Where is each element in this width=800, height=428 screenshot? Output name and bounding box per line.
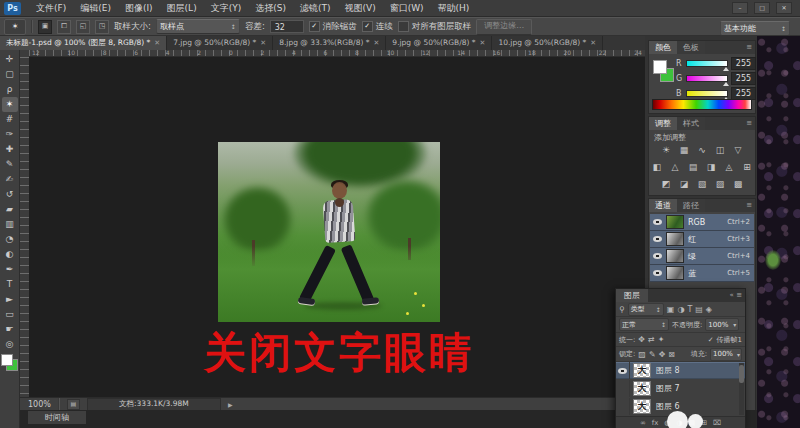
layers-scrollbar[interactable] <box>739 363 744 415</box>
blue-slider[interactable] <box>686 90 728 97</box>
lock-all-icon[interactable]: ⊠ <box>668 350 675 359</box>
pen-tool-icon[interactable]: ✒ <box>2 262 18 277</box>
threshold-icon[interactable]: ▧ <box>696 178 709 191</box>
tab-styles[interactable]: 样式 <box>677 117 705 130</box>
visibility-eye-icon[interactable] <box>653 236 662 242</box>
check-icon[interactable]: ✓ <box>708 336 714 344</box>
green-slider[interactable] <box>686 75 728 82</box>
curves-icon[interactable]: ∿ <box>696 144 709 157</box>
filter-pixel-icon[interactable]: ▣ <box>667 305 675 314</box>
slider-marker[interactable] <box>723 82 729 86</box>
menu-select[interactable]: 选择(S) <box>248 0 293 16</box>
menu-help[interactable]: 帮助(H) <box>431 0 477 16</box>
brush-tool-icon[interactable]: ✎ <box>2 157 18 172</box>
zoom-tool-icon[interactable]: ◎ <box>2 337 18 352</box>
foreground-color-swatch[interactable] <box>1 354 13 366</box>
workspace-select[interactable]: 基本功能 ↕ <box>720 21 790 36</box>
selection-intersect-icon[interactable]: ◳ <box>95 20 109 34</box>
menu-view[interactable]: 视图(V) <box>337 0 382 16</box>
tab-close-icon[interactable]: ✕ <box>590 36 596 50</box>
gradient-map-icon[interactable]: ▨ <box>714 178 727 191</box>
menu-window[interactable]: 窗口(W) <box>383 0 431 16</box>
tab-channels[interactable]: 通道 <box>649 199 677 212</box>
tab-adjustments[interactable]: 调整 <box>649 117 677 130</box>
sample-all-layers-checkbox[interactable]: 对所有图层取样 <box>398 21 472 33</box>
gradient-tool-icon[interactable]: ▥ <box>2 217 18 232</box>
tab-swatches[interactable]: 色板 <box>677 41 705 54</box>
filter-adjustment-icon[interactable]: ◑ <box>677 305 684 314</box>
path-selection-tool-icon[interactable]: ► <box>2 292 18 307</box>
opacity-field[interactable]: 100% ▾ <box>705 318 739 331</box>
channel-row-red[interactable]: 红 Ctrl+3 <box>650 231 754 248</box>
color-balance-icon[interactable]: △ <box>669 161 682 174</box>
anti-alias-checkbox[interactable]: ✓ 消除锯齿 <box>309 21 357 33</box>
hue-saturation-icon[interactable]: ◧ <box>651 161 664 174</box>
maximize-button[interactable]: □ <box>754 2 770 14</box>
panel-menu-icon[interactable]: ≡ <box>746 119 752 127</box>
unify-style-icon[interactable]: ✦ <box>658 335 665 344</box>
crop-tool-icon[interactable]: # <box>2 112 18 127</box>
filter-type-icon[interactable]: T <box>687 305 692 314</box>
blur-tool-icon[interactable]: ◔ <box>2 232 18 247</box>
minimize-button[interactable]: – <box>732 2 748 14</box>
eyedropper-tool-icon[interactable]: ✑ <box>2 127 18 142</box>
layer-row-8[interactable]: 大 图层 8 <box>616 362 745 379</box>
contiguous-checkbox[interactable]: ✓ 连续 <box>362 21 393 33</box>
menu-image[interactable]: 图像(I) <box>118 0 160 16</box>
menu-file[interactable]: 文件(F) <box>29 0 73 16</box>
collapse-icon[interactable]: « <box>730 291 734 299</box>
link-layers-icon[interactable]: ∞ <box>640 419 646 427</box>
red-text-layer[interactable]: 关闭文字眼睛 <box>179 325 499 381</box>
refine-edge-button[interactable]: 调整边缘… <box>476 19 532 35</box>
eraser-tool-icon[interactable]: ▰ <box>2 202 18 217</box>
scrollbar-thumb[interactable] <box>739 365 744 383</box>
channel-row-rgb[interactable]: RGB Ctrl+2 <box>650 214 754 231</box>
color-spectrum-bar[interactable] <box>652 99 752 110</box>
unify-position-icon[interactable]: ✥ <box>638 335 645 344</box>
tab-close-icon[interactable]: ✕ <box>480 36 486 50</box>
move-tool-icon[interactable]: ✛ <box>2 52 18 67</box>
foreground-color-swatch[interactable] <box>653 60 667 74</box>
visibility-toggle[interactable] <box>616 380 630 397</box>
channel-row-green[interactable]: 绿 Ctrl+4 <box>650 248 754 265</box>
panel-color-swatches[interactable] <box>653 60 673 81</box>
posterize-icon[interactable]: ◪ <box>678 178 691 191</box>
visibility-toggle[interactable] <box>616 398 630 415</box>
channel-row-blue[interactable]: 蓝 Ctrl+5 <box>650 265 754 282</box>
panel-menu-icon[interactable]: ≡ <box>746 43 752 51</box>
tab-layers[interactable]: 图层 <box>616 289 648 302</box>
clone-stamp-tool-icon[interactable]: ✍ <box>2 172 18 187</box>
black-white-icon[interactable]: ▤ <box>687 161 700 174</box>
visibility-eye-icon[interactable] <box>653 270 662 276</box>
brightness-contrast-icon[interactable]: ☀ <box>660 144 673 157</box>
panel-collapse-icon[interactable]: « ≡ <box>730 291 742 299</box>
exposure-icon[interactable]: ◫ <box>714 144 727 157</box>
zoom-level[interactable]: 100% <box>28 400 51 409</box>
menu-edit[interactable]: 编辑(E) <box>73 0 118 16</box>
slider-marker[interactable] <box>723 67 729 71</box>
doc-tab-untitled[interactable]: 未标题-1.psd @ 100% (图层 8, RGB/8) * ✕ <box>0 36 167 50</box>
selective-color-icon[interactable]: ▩ <box>732 178 745 191</box>
visibility-eye-icon[interactable] <box>653 219 662 225</box>
magic-wand-preset-icon[interactable]: ✶ <box>4 19 26 35</box>
healing-brush-tool-icon[interactable]: ✚ <box>2 142 18 157</box>
dodge-tool-icon[interactable]: ◐ <box>2 247 18 262</box>
canvas-area[interactable]: 关闭文字眼睛 <box>29 57 645 397</box>
filter-type-select[interactable]: 类型 ↕ <box>628 303 664 316</box>
shape-tool-icon[interactable]: ▭ <box>2 307 18 322</box>
blue-value[interactable]: 255 <box>731 87 756 100</box>
delete-layer-icon[interactable]: ⌧ <box>713 419 721 427</box>
visibility-eye-icon[interactable] <box>653 253 662 259</box>
panel-menu-icon[interactable]: ≡ <box>736 291 742 299</box>
layer-row-7[interactable]: 大 图层 7 <box>616 380 745 397</box>
fill-field[interactable]: 100% ▾ <box>710 348 742 361</box>
doc-tab-10[interactable]: 10.jpg @ 50%(RGB/8) * ✕ <box>492 36 603 50</box>
propagate-frames-label[interactable]: 传播帧1 <box>717 335 742 345</box>
red-value[interactable]: 255 <box>731 57 756 70</box>
tab-paths[interactable]: 路径 <box>677 199 705 212</box>
vibrance-icon[interactable]: ▽ <box>732 144 745 157</box>
panel-menu-icon[interactable]: ≡ <box>746 201 752 209</box>
tab-close-icon[interactable]: ✕ <box>373 36 379 50</box>
type-tool-icon[interactable]: T <box>2 277 18 292</box>
doc-tab-9[interactable]: 9.jpg @ 50%(RGB/8) * ✕ <box>386 36 492 50</box>
